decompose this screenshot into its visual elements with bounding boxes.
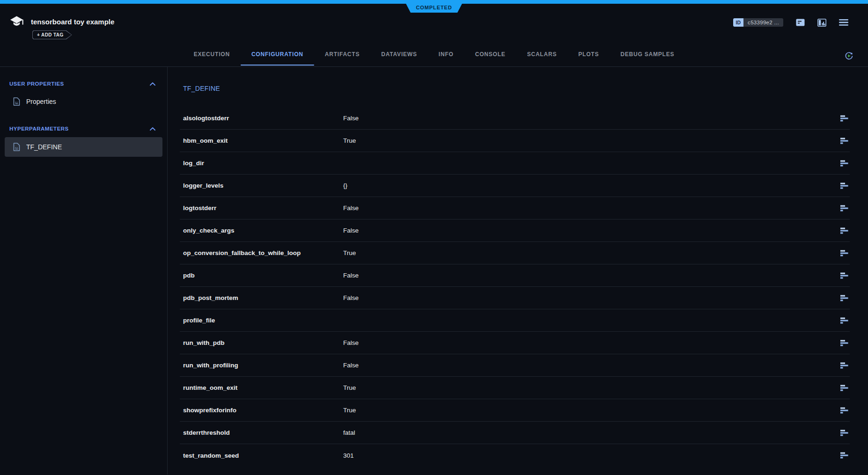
param-name: op_conversion_fallback_to_while_loop <box>183 249 343 256</box>
chevron-up-icon <box>150 82 155 86</box>
parameter-bars-icon <box>840 272 849 279</box>
add-tag-button[interactable]: + ADD TAG <box>32 30 72 39</box>
sidebar-section-user-properties: USER PROPERTIES Properties <box>0 79 167 111</box>
tab-info[interactable]: INFO <box>428 42 464 66</box>
parameter-bars-icon <box>840 227 849 234</box>
param-bars-button[interactable] <box>840 227 850 234</box>
param-name: logtostderr <box>183 205 343 212</box>
tab-scalars[interactable]: SCALARS <box>516 42 568 66</box>
tab-bar: EXECUTION CONFIGURATION ARTIFACTS DATAVI… <box>0 42 868 66</box>
param-name: pdb <box>183 272 343 279</box>
param-row: pdb_post_mortem False <box>180 287 850 309</box>
sidebar-item-tf-define[interactable]: TF_DEFINE <box>5 137 162 157</box>
parameter-bars-icon <box>840 430 849 436</box>
param-bars-button[interactable] <box>840 295 850 301</box>
header: tensorboard toy example + ADD TAG ID c53… <box>0 4 868 67</box>
details-panel-icon <box>817 19 826 27</box>
param-table: alsologtostderr False hbm_oom_exit True … <box>180 107 850 467</box>
param-row: log_dir <box>180 152 850 175</box>
brand: tensorboard toy example <box>9 15 114 28</box>
param-name: run_with_pdb <box>183 339 343 346</box>
param-name: stderrthreshold <box>183 429 343 436</box>
param-bars-button[interactable] <box>840 272 850 279</box>
tab-plots[interactable]: PLOTS <box>567 42 610 66</box>
param-bars-button[interactable] <box>840 430 850 436</box>
param-bars-button[interactable] <box>840 160 850 167</box>
menu-icon <box>839 19 848 26</box>
sidebar-header-hyperparameters[interactable]: HYPERPARAMETERS <box>0 124 167 133</box>
param-row: stderrthreshold fatal <box>180 422 850 444</box>
parameter-bars-icon <box>840 385 849 391</box>
param-name: runtime_oom_exit <box>183 384 343 391</box>
param-name: only_check_args <box>183 227 343 234</box>
sidebar-item-label: Properties <box>26 98 56 105</box>
sidebar-header-label: HYPERPARAMETERS <box>9 126 69 132</box>
param-value: True <box>343 384 840 391</box>
param-name: hbm_oom_exit <box>183 137 343 144</box>
experiment-cap-icon <box>9 15 24 28</box>
sidebar-header-label: USER PROPERTIES <box>9 81 64 87</box>
tab-configuration[interactable]: CONFIGURATION <box>241 42 314 66</box>
tab-execution[interactable]: EXECUTION <box>183 42 241 66</box>
param-name: pdb_post_mortem <box>183 294 343 301</box>
sidebar-header-user-properties[interactable]: USER PROPERTIES <box>0 79 167 88</box>
param-bars-button[interactable] <box>840 407 850 414</box>
id-value: c53399e2 ... <box>743 18 783 27</box>
menu-button[interactable] <box>839 19 848 26</box>
details-panel-button[interactable] <box>817 19 826 27</box>
param-bars-button[interactable] <box>840 362 850 369</box>
main-area: USER PROPERTIES Properties HYPERPARAMETE… <box>0 67 868 475</box>
param-bars-button[interactable] <box>840 115 850 122</box>
tab-debug-samples[interactable]: DEBUG SAMPLES <box>610 42 685 66</box>
tab-label: PLOTS <box>578 51 599 58</box>
sidebar-item-properties[interactable]: Properties <box>5 92 162 111</box>
param-row: only_check_args False <box>180 219 850 242</box>
parameter-bars-icon <box>840 250 849 256</box>
param-bars-button[interactable] <box>840 250 850 256</box>
header-actions: ID c53399e2 ... <box>733 18 848 27</box>
param-name: profile_file <box>183 317 343 324</box>
param-bars-button[interactable] <box>840 317 850 324</box>
parameter-bars-icon <box>840 452 849 459</box>
document-icon <box>13 143 20 151</box>
param-bars-button[interactable] <box>840 183 850 189</box>
param-row: alsologtostderr False <box>180 107 850 130</box>
status-strip: COMPLETED <box>0 0 868 4</box>
experiment-id-badge[interactable]: ID c53399e2 ... <box>733 18 783 27</box>
tab-label: SCALARS <box>527 51 557 58</box>
param-bars-button[interactable] <box>840 385 850 391</box>
param-value: False <box>343 362 840 369</box>
tab-console[interactable]: CONSOLE <box>464 42 516 66</box>
param-bars-button[interactable] <box>840 452 850 459</box>
param-name: test_random_seed <box>183 452 343 459</box>
param-value: True <box>343 407 840 414</box>
tab-dataviews[interactable]: DATAVIEWS <box>370 42 428 66</box>
id-chip: ID <box>733 18 744 27</box>
param-row: pdb False <box>180 264 850 287</box>
document-icon <box>13 97 20 106</box>
param-bars-button[interactable] <box>840 205 850 212</box>
param-value: False <box>343 205 840 212</box>
param-row: run_with_pdb False <box>180 332 850 354</box>
param-bars-button[interactable] <box>840 138 850 144</box>
sidebar-item-label: TF_DEFINE <box>26 143 62 151</box>
parameter-bars-icon <box>840 362 849 369</box>
tab-label: EXECUTION <box>194 51 230 58</box>
comments-icon <box>796 19 805 26</box>
param-value: False <box>343 115 840 122</box>
param-name: logger_levels <box>183 182 343 189</box>
param-value: fatal <box>343 429 840 436</box>
parameter-bars-icon <box>840 115 849 122</box>
param-value: True <box>343 137 840 144</box>
param-value: False <box>343 272 840 279</box>
comments-button[interactable] <box>796 19 805 26</box>
tab-artifacts[interactable]: ARTIFACTS <box>314 42 371 66</box>
auto-refresh-button[interactable] <box>844 51 854 62</box>
tab-label: DATAVIEWS <box>381 51 417 58</box>
param-value: True <box>343 249 840 256</box>
param-bars-button[interactable] <box>840 340 850 346</box>
param-value: False <box>343 294 840 301</box>
parameter-bars-icon <box>840 183 849 189</box>
param-row: runtime_oom_exit True <box>180 377 850 399</box>
param-row: profile_file <box>180 309 850 332</box>
